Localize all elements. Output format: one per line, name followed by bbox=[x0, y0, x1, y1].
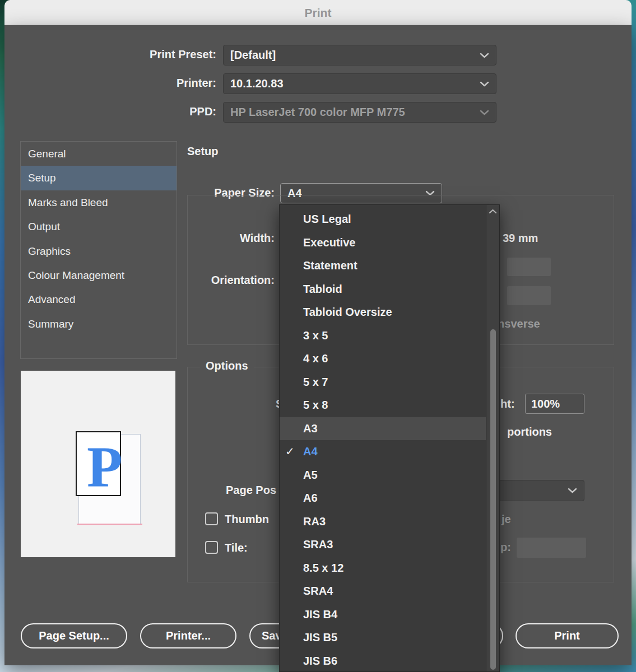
section-title: Setup bbox=[187, 145, 219, 158]
chevron-down-icon bbox=[568, 488, 577, 493]
paper-size-menu-list: US Legal Executive Statement Tabloid Tab… bbox=[280, 208, 486, 672]
paper-size-option-us-legal[interactable]: US Legal bbox=[280, 208, 486, 231]
printer-button[interactable]: Printer... bbox=[140, 623, 236, 648]
thumbnails-label-partial: Thumbn bbox=[225, 513, 269, 526]
ppd-value: HP LaserJet 700 color MFP M775 bbox=[230, 102, 405, 122]
overlap-label-partial: p: bbox=[500, 541, 511, 554]
width-label: Width: bbox=[151, 232, 275, 245]
page-preview: P bbox=[21, 371, 175, 557]
constrain-proportions-partial: portions bbox=[507, 426, 552, 438]
chevron-down-icon bbox=[480, 53, 489, 58]
ppd-select: HP LaserJet 700 color MFP M775 bbox=[223, 102, 496, 123]
paper-size-option-4x6[interactable]: 4 x 6 bbox=[280, 347, 486, 371]
paper-size-option-a4[interactable]: ✓ A4 bbox=[280, 440, 486, 464]
window-titlebar[interactable]: Print bbox=[4, 0, 632, 25]
paper-size-option-a4-label: A4 bbox=[303, 445, 318, 458]
paper-size-option-tabloid-oversize[interactable]: Tabloid Oversize bbox=[280, 301, 486, 324]
preview-bleed-guide bbox=[77, 524, 142, 525]
print-preset-value: [Default] bbox=[230, 45, 276, 65]
printer-value: 10.1.20.83 bbox=[230, 74, 284, 94]
paper-size-option-ra3[interactable]: RA3 bbox=[280, 510, 486, 534]
tile-label: Tile: bbox=[225, 542, 248, 554]
height-value-partial: 39 mm bbox=[503, 232, 538, 245]
paper-size-option-a5[interactable]: A5 bbox=[280, 464, 486, 487]
paper-size-option-jis-b6[interactable]: JIS B6 bbox=[280, 650, 486, 672]
thumbnails-checkbox[interactable] bbox=[205, 512, 218, 525]
menu-scrollbar[interactable] bbox=[486, 205, 499, 671]
paper-size-option-a6[interactable]: A6 bbox=[280, 487, 486, 510]
menu-scrollbar-thumb[interactable] bbox=[490, 329, 496, 670]
chevron-down-icon bbox=[480, 81, 489, 87]
orientation-label: Orientation: bbox=[151, 274, 275, 287]
screen: Print Print Preset: [Default] Printer: 1… bbox=[0, 0, 636, 672]
paper-size-option-jis-b5[interactable]: JIS B5 bbox=[280, 626, 486, 650]
disabled-field bbox=[507, 286, 551, 305]
settings-sidebar: General Setup Marks and Bleed Output Gra… bbox=[20, 141, 177, 359]
page-position-label-partial: Page Pos bbox=[226, 484, 276, 497]
printer-label: Printer: bbox=[93, 77, 216, 90]
height-label-partial: ht: bbox=[500, 398, 515, 410]
paper-size-option-jis-b4[interactable]: JIS B4 bbox=[280, 603, 486, 627]
scroll-up-icon[interactable] bbox=[489, 209, 497, 214]
paper-size-option-8-5x12[interactable]: 8.5 x 12 bbox=[280, 557, 486, 580]
page-setup-button[interactable]: Page Setup... bbox=[21, 623, 127, 648]
paper-size-option-5x8[interactable]: 5 x 8 bbox=[280, 394, 486, 417]
paper-size-option-statement[interactable]: Statement bbox=[280, 254, 486, 278]
per-page-label-partial: je bbox=[502, 513, 511, 526]
disabled-field bbox=[507, 258, 551, 276]
sidebar-item-advanced[interactable]: Advanced bbox=[21, 287, 177, 311]
paper-size-option-executive[interactable]: Executive bbox=[280, 231, 486, 255]
sidebar-item-general[interactable]: General bbox=[21, 142, 177, 166]
print-button[interactable]: Print bbox=[516, 623, 619, 648]
print-preset-label: Print Preset: bbox=[93, 48, 216, 61]
paper-size-menu: US Legal Executive Statement Tabloid Tab… bbox=[279, 204, 500, 672]
tile-checkbox[interactable] bbox=[205, 541, 218, 554]
paper-size-option-5x7[interactable]: 5 x 7 bbox=[280, 371, 486, 394]
paper-size-option-sra4[interactable]: SRA4 bbox=[280, 580, 486, 603]
scale-height-input[interactable]: 100% bbox=[525, 394, 584, 414]
paper-size-option-sra3[interactable]: SRA3 bbox=[280, 533, 486, 557]
print-preset-select[interactable]: [Default] bbox=[223, 45, 496, 66]
window-title: Print bbox=[4, 0, 632, 25]
paper-size-option-3x5[interactable]: 3 x 5 bbox=[280, 324, 486, 348]
overlap-field bbox=[517, 538, 586, 558]
preview-letter: P bbox=[87, 438, 123, 496]
printer-select[interactable]: 10.1.20.83 bbox=[223, 73, 496, 94]
ppd-label: PPD: bbox=[93, 105, 216, 118]
paper-size-option-a3[interactable]: A3 bbox=[280, 417, 486, 441]
chevron-down-icon bbox=[480, 110, 489, 115]
sidebar-item-summary[interactable]: Summary bbox=[21, 312, 177, 336]
paper-size-option-tabloid[interactable]: Tabloid bbox=[280, 278, 486, 301]
options-group-title: Options bbox=[200, 360, 254, 372]
checkmark-icon: ✓ bbox=[285, 440, 295, 464]
